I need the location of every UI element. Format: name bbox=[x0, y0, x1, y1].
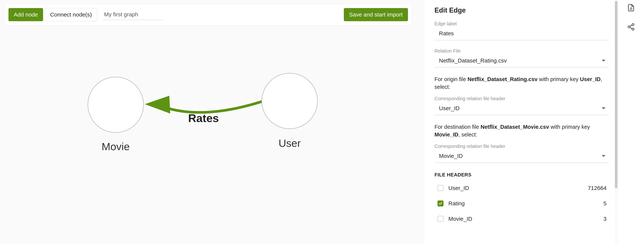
relation-file-value: Netflix_Dataset_Rating.csv bbox=[439, 57, 507, 64]
file-header-row: Movie_ID 3 bbox=[434, 211, 608, 227]
relation-file-caption: Relation File bbox=[434, 48, 608, 54]
edit-edge-panel: Edit Edge Edge label Relation File Netfl… bbox=[425, 0, 618, 244]
svg-line-6 bbox=[630, 27, 632, 28]
origin-guide-text: For origin file Netflix_Dataset_Rating.c… bbox=[434, 75, 608, 91]
svg-line-5 bbox=[630, 25, 632, 26]
panel-title: Edit Edge bbox=[434, 6, 608, 14]
relation-file-select[interactable]: Netflix_Dataset_Rating.csv bbox=[434, 54, 608, 68]
node-movie-label: Movie bbox=[102, 140, 130, 152]
scrollbar-thumb[interactable] bbox=[615, 1, 618, 188]
edge-arrowhead bbox=[145, 96, 170, 114]
file-header-name: Movie_ID bbox=[448, 216, 603, 222]
share-icon[interactable] bbox=[627, 23, 635, 31]
file-header-checkbox[interactable] bbox=[438, 200, 444, 207]
edge-label-input[interactable] bbox=[434, 27, 608, 40]
origin-corr-header-caption: Corresponding relation file header bbox=[434, 96, 608, 101]
dest-corr-header-caption: Corresponding relation file header bbox=[434, 144, 608, 149]
file-header-checkbox[interactable] bbox=[438, 185, 444, 191]
dest-corr-header-select[interactable]: Movie_ID bbox=[434, 149, 608, 163]
file-icon[interactable] bbox=[627, 4, 635, 12]
right-icon-strip bbox=[618, 0, 644, 244]
chevron-down-icon bbox=[602, 155, 606, 157]
chevron-down-icon bbox=[602, 60, 606, 62]
file-header-name: User_ID bbox=[448, 185, 588, 191]
file-header-checkbox[interactable] bbox=[438, 216, 444, 222]
node-user-label: User bbox=[278, 137, 301, 149]
graph-canvas-area: Add node Connect node(s) Save and start … bbox=[0, 0, 425, 244]
file-header-row: User_ID 712664 bbox=[434, 180, 608, 196]
dest-guide-text: For destination file Netflix_Dataset_Mov… bbox=[434, 123, 608, 138]
graph-canvas[interactable]: Rates Movie User bbox=[0, 0, 425, 244]
edge-rates[interactable] bbox=[164, 101, 262, 113]
file-header-value: 5 bbox=[603, 200, 606, 207]
file-header-row: Rating 5 bbox=[434, 196, 608, 211]
file-header-value: 3 bbox=[603, 216, 606, 222]
edge-label-caption: Edge label bbox=[434, 21, 608, 26]
file-headers-title: FILE HEADERS bbox=[434, 172, 608, 178]
dest-corr-header-value: Movie_ID bbox=[439, 153, 463, 159]
file-header-name: Rating bbox=[448, 200, 603, 207]
origin-corr-header-select[interactable]: User_ID bbox=[434, 102, 608, 115]
file-header-value: 712664 bbox=[588, 185, 606, 191]
node-user[interactable] bbox=[262, 73, 318, 129]
origin-corr-header-value: User_ID bbox=[439, 105, 460, 111]
edge-label-text[interactable]: Rates bbox=[188, 112, 219, 124]
chevron-down-icon bbox=[602, 107, 606, 109]
node-movie[interactable] bbox=[88, 77, 144, 132]
